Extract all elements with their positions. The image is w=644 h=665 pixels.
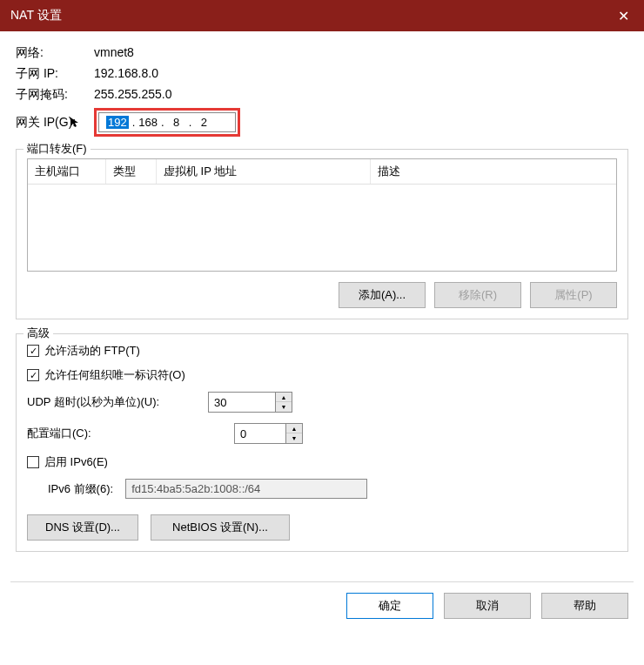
udp-timeout-row: UDP 超时(以秒为单位)(U): ▲ ▼ <box>27 392 617 413</box>
close-icon: ✕ <box>618 8 629 24</box>
add-button[interactable]: 添加(A)... <box>339 282 426 308</box>
allow-oui-label: 允许任何组织唯一标识符(O) <box>44 367 185 383</box>
udp-timeout-input[interactable] <box>208 392 276 413</box>
cfg-up-icon[interactable]: ▲ <box>286 424 302 433</box>
enable-ipv6-label: 启用 IPv6(E) <box>44 454 108 470</box>
table-header-row: 主机端口 类型 虚拟机 IP 地址 描述 <box>28 159 616 185</box>
dns-settings-button[interactable]: DNS 设置(D)... <box>27 514 138 541</box>
subnet-ip-row: 子网 IP: 192.168.8.0 <box>16 66 628 82</box>
gateway-row: 网关 IP(G): 192 . 168 . 8 . 2 <box>16 108 628 137</box>
enable-ipv6-row: 启用 IPv6(E) <box>27 454 617 470</box>
network-value: vmnet8 <box>94 45 134 61</box>
config-port-row: 配置端口(C): ▲ ▼ <box>27 423 617 444</box>
properties-button: 属性(P) <box>530 282 617 308</box>
ip-seg-3[interactable]: 8 <box>168 116 185 129</box>
ipv6-prefix-row: IPv6 前缀(6): <box>48 479 617 499</box>
window-title: NAT 设置 <box>10 8 602 24</box>
remove-button: 移除(R) <box>434 282 521 308</box>
subnet-ip-value: 192.168.8.0 <box>94 66 158 82</box>
port-forward-table[interactable]: 主机端口 类型 虚拟机 IP 地址 描述 <box>27 158 617 272</box>
advanced-buttons-row: DNS 设置(D)... NetBIOS 设置(N)... <box>27 514 617 541</box>
udp-timeout-label: UDP 超时(以秒为单位)(U): <box>27 394 201 410</box>
network-label: 网络: <box>16 45 94 61</box>
close-button[interactable]: ✕ <box>602 0 644 31</box>
enable-ipv6-checkbox[interactable] <box>27 456 39 468</box>
udp-up-icon[interactable]: ▲ <box>276 393 292 402</box>
th-host-port[interactable]: 主机端口 <box>28 159 106 184</box>
subnet-mask-value: 255.255.255.0 <box>94 87 172 103</box>
config-port-spinner[interactable]: ▲ ▼ <box>234 423 303 444</box>
subnet-ip-label: 子网 IP: <box>16 66 94 82</box>
subnet-mask-row: 子网掩码: 255.255.255.0 <box>16 87 628 103</box>
port-buttons-row: 添加(A)... 移除(R) 属性(P) <box>27 282 617 308</box>
udp-timeout-spinner[interactable]: ▲ ▼ <box>208 392 292 413</box>
dialog-footer: 确定 取消 帮助 <box>10 581 634 629</box>
subnet-mask-label: 子网掩码: <box>16 87 94 103</box>
allow-ftp-checkbox[interactable] <box>27 345 39 357</box>
gateway-highlight-box: 192 . 168 . 8 . 2 <box>94 108 240 137</box>
ipv6-prefix-input <box>125 479 367 499</box>
ok-button[interactable]: 确定 <box>346 593 433 619</box>
ipv6-prefix-label: IPv6 前缀(6): <box>48 481 113 497</box>
network-row: 网络: vmnet8 <box>16 45 628 61</box>
allow-ftp-label: 允许活动的 FTP(T) <box>44 343 140 359</box>
th-vm-ip[interactable]: 虚拟机 IP 地址 <box>157 159 371 184</box>
gateway-ip-input[interactable]: 192 . 168 . 8 . 2 <box>98 112 236 132</box>
help-button[interactable]: 帮助 <box>541 593 628 619</box>
ip-seg-4[interactable]: 2 <box>195 116 212 129</box>
allow-oui-row: 允许任何组织唯一标识符(O) <box>27 367 617 383</box>
config-port-input[interactable] <box>234 423 286 444</box>
cancel-button[interactable]: 取消 <box>444 593 531 619</box>
allow-ftp-row: 允许活动的 FTP(T) <box>27 343 617 359</box>
cfg-down-icon[interactable]: ▼ <box>286 433 302 443</box>
config-port-label: 配置端口(C): <box>27 426 227 441</box>
netbios-settings-button[interactable]: NetBIOS 设置(N)... <box>151 514 290 541</box>
advanced-title: 高级 <box>23 326 53 341</box>
udp-down-icon[interactable]: ▼ <box>276 402 292 412</box>
gateway-label: 网关 IP(G): <box>16 115 94 131</box>
port-forward-group: 端口转发(F) 主机端口 类型 虚拟机 IP 地址 描述 添加(A)... 移除… <box>16 149 628 319</box>
th-desc[interactable]: 描述 <box>371 159 616 184</box>
title-bar: NAT 设置 ✕ <box>0 0 644 31</box>
ip-seg-2[interactable]: 168 <box>138 116 158 129</box>
cursor-icon <box>70 117 82 129</box>
advanced-group: 高级 允许活动的 FTP(T) 允许任何组织唯一标识符(O) UDP 超时(以秒… <box>16 333 628 552</box>
allow-oui-checkbox[interactable] <box>27 369 39 381</box>
ip-seg-1[interactable]: 192 <box>106 116 129 129</box>
th-type[interactable]: 类型 <box>106 159 157 184</box>
port-forward-title: 端口转发(F) <box>23 141 91 157</box>
